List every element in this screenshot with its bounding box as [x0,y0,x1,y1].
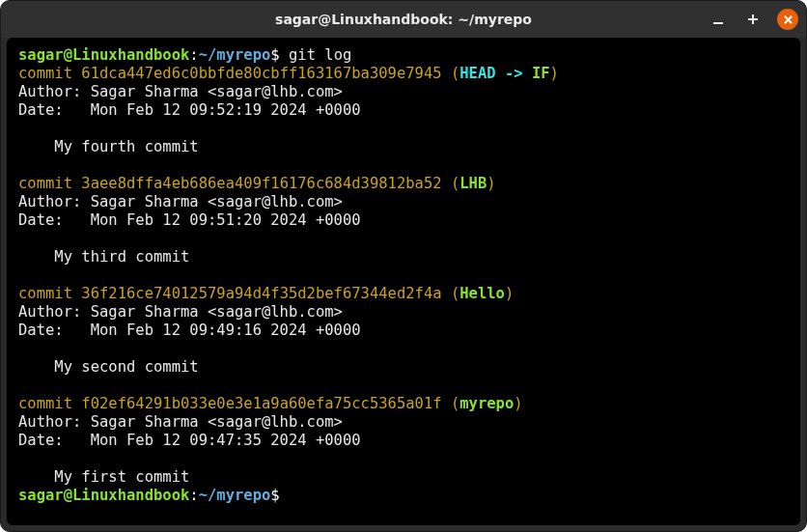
branch-ref: IF [532,65,550,82]
commit-message: My third commit [18,248,189,266]
date-line: Date: Mon Feb 12 09:49:16 2024 +0000 [18,322,361,339]
ref-close: ) [550,65,559,82]
ref-close: ) [487,175,495,192]
svg-rect-0 [713,22,723,24]
branch-ref: LHB [459,175,487,192]
date-line: Date: Mon Feb 12 09:47:35 2024 +0000 [18,432,361,449]
close-button[interactable] [777,9,798,30]
minimize-button[interactable] [708,9,729,30]
commit-header: commit f02ef64291b033e0e3e1a9a60efa75cc5… [18,395,459,412]
date-line: Date: Mon Feb 12 09:52:19 2024 +0000 [18,101,361,119]
window-controls [708,1,798,38]
commit-header: commit 61dca447ed6c0bbfde80cbff163167ba3… [18,65,459,82]
branch-ref: myrepo [459,395,514,412]
author-line: Author: Sagar Sharma <sagar@lhb.com> [18,83,343,100]
prompt-sep2: $ [270,46,279,64]
commit-message: My second commit [18,358,199,376]
svg-rect-2 [748,18,758,20]
ref-close: ) [505,285,514,302]
maximize-button[interactable] [742,9,764,30]
terminal-content[interactable]: sagar@Linuxhandbook:~/myrepo$ git log co… [7,38,800,525]
commit-header: commit 36f216ce74012579a94d4f35d2bef6734… [18,285,459,302]
prompt-sep2: $ [270,487,279,504]
prompt-path: ~/myrepo [199,46,271,64]
prompt-path: ~/myrepo [199,487,271,504]
author-line: Author: Sagar Sharma <sagar@lhb.com> [18,413,343,431]
terminal-window: sagar@Linuxhandbook: ~/myrepo sagar@Linu… [0,0,807,532]
ref-close: ) [514,395,522,412]
date-line: Date: Mon Feb 12 09:51:20 2024 +0000 [18,211,361,229]
author-line: Author: Sagar Sharma <sagar@lhb.com> [18,193,343,210]
commit-header: commit 3aee8dffa4eb686ea409f16176c684d39… [18,175,459,192]
prompt-user: sagar@Linuxhandbook [18,46,189,64]
head-ref: HEAD -> [459,65,532,82]
titlebar: sagar@Linuxhandbook: ~/myrepo [1,1,806,38]
prompt-sep: : [189,46,198,64]
window-title: sagar@Linuxhandbook: ~/myrepo [275,12,532,27]
commit-message: My first commit [18,468,189,486]
command-text: git log [280,46,352,64]
author-line: Author: Sagar Sharma <sagar@lhb.com> [18,303,343,321]
branch-ref: Hello [459,285,505,302]
prompt-user: sagar@Linuxhandbook [18,487,189,504]
commit-message: My fourth commit [18,138,199,155]
prompt-sep: : [189,487,198,504]
